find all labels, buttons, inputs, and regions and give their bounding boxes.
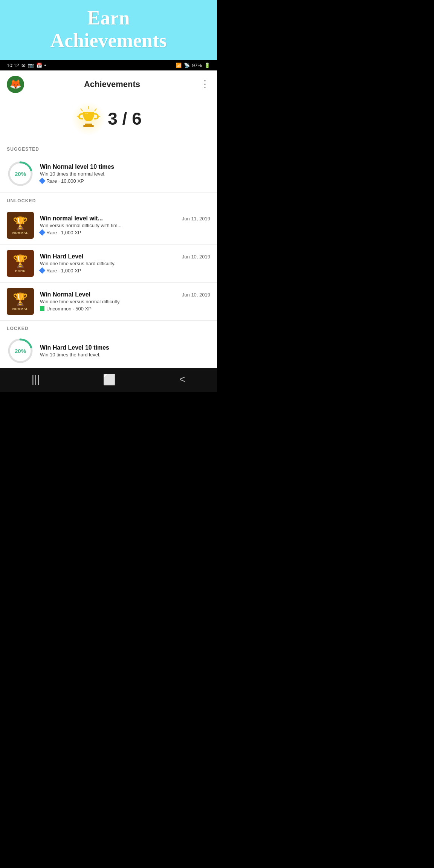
achievement-badge: 🏆 NORMAL (7, 212, 34, 239)
avatar: 🦊 (7, 76, 24, 93)
bottom-nav: ||| ⬜ < (0, 368, 217, 392)
achievement-desc: Win one time versus normal difficulty. (40, 299, 210, 304)
achievement-info: Win Normal Level Jun 10, 2019 Win one ti… (40, 291, 210, 312)
status-right: 📶 📡 97% 🔋 (176, 63, 210, 68)
list-item: 🏆 NORMAL Win Normal Level Jun 10, 2019 W… (0, 283, 217, 321)
list-item: 20% Win Hard Level 10 times Win 10 times… (0, 334, 217, 368)
achievement-date: Jun 10, 2019 (182, 291, 210, 298)
app-content: 🦊 Achievements ⋮ (0, 70, 217, 368)
svg-line-2 (97, 116, 100, 117)
achievement-desc: Win 10 times the normal level. (40, 171, 210, 177)
rarity-icon (40, 306, 44, 311)
app-header: 🦊 Achievements ⋮ (0, 70, 217, 97)
achievement-score: 3 / 6 (108, 108, 142, 129)
svg-rect-5 (85, 124, 92, 125)
nav-back-button[interactable]: < (179, 373, 185, 385)
achievement-info: Win Hard Level 10 times Win 10 times the… (40, 344, 210, 358)
trophy-emoji: 🏆 (13, 254, 28, 268)
achievement-name: Win Hard Level (40, 253, 83, 260)
achievement-badge: 🏆 HARD (7, 250, 34, 277)
nav-home-button[interactable]: ⬜ (103, 373, 116, 386)
status-bar: 10:12 ✉ 📷 📅 • 📶 📡 97% 🔋 (0, 60, 217, 70)
more-menu-button[interactable]: ⋮ (200, 78, 210, 90)
status-left: 10:12 ✉ 📷 📅 • (7, 63, 46, 68)
section-label-locked: LOCKED (0, 321, 217, 334)
list-item: 🏆 HARD Win Hard Level Jun 10, 2019 Win o… (0, 245, 217, 283)
rarity-icon (39, 267, 46, 274)
achievement-name: Win Hard Level 10 times (40, 344, 210, 351)
achievement-desc: Win 10 times the hard level. (40, 352, 210, 358)
achievement-date: Jun 11, 2019 (182, 215, 210, 222)
achievement-meta: Uncommon · 500 XP (40, 306, 210, 312)
achievement-info: Win Normal level 10 times Win 10 times t… (40, 164, 210, 184)
list-item: 20% Win Normal level 10 times Win 10 tim… (0, 155, 217, 193)
badge-label: NORMAL (12, 231, 29, 235)
achievement-meta: Rare · 10,000 XP (40, 178, 210, 184)
page-title: Achievements (84, 79, 140, 89)
time: 10:12 (7, 63, 19, 68)
achievement-meta: Rare · 1,000 XP (40, 268, 210, 274)
trophy-emoji: 🏆 (13, 216, 28, 230)
achievement-badge: 🏆 NORMAL (7, 288, 34, 315)
achievement-name: Win Normal Level (40, 291, 90, 298)
rarity-icon (39, 178, 46, 184)
name-date-row: Win Normal Level Jun 10, 2019 (40, 291, 210, 298)
svg-rect-6 (83, 125, 94, 127)
name-date-row: Win normal level wit... Jun 11, 2019 (40, 215, 210, 222)
mail-icon: ✉ (21, 63, 26, 68)
badge-label: NORMAL (12, 307, 29, 311)
achievement-date: Jun 10, 2019 (182, 253, 210, 260)
signal-icon: 📡 (184, 63, 190, 68)
progress-percent: 20% (15, 170, 26, 177)
progress-percent: 20% (15, 348, 26, 354)
achievement-meta: Rare · 1,000 XP (40, 230, 210, 235)
achievement-name: Win Normal level 10 times (40, 164, 210, 170)
achievement-desc: Win one time versus hard difficulty. (40, 261, 210, 266)
wifi-icon: 📶 (176, 63, 182, 68)
trophy-emoji: 🏆 (13, 292, 28, 306)
app-wrapper: 🦊 Achievements ⋮ (0, 70, 217, 392)
progress-circle: 20% (7, 160, 34, 187)
achievement-desc: Win versus normal difficulty with tim... (40, 223, 210, 228)
svg-line-1 (95, 108, 96, 111)
svg-line-4 (77, 116, 80, 117)
rarity-label: Rare · 1,000 XP (46, 230, 81, 235)
top-banner: Earn Achievements (0, 0, 217, 60)
achievement-info: Win normal level wit... Jun 11, 2019 Win… (40, 215, 210, 235)
achievement-name: Win normal level wit... (40, 215, 103, 222)
section-label-unlocked: UNLOCKED (0, 193, 217, 206)
nav-recent-button[interactable]: ||| (32, 373, 40, 385)
rarity-label: Uncommon · 500 XP (46, 306, 92, 312)
rarity-label: Rare · 10,000 XP (46, 178, 84, 184)
banner-title: Earn Achievements (4, 7, 213, 52)
badge-label: HARD (15, 269, 26, 273)
list-item: 🏆 NORMAL Win normal level wit... Jun 11,… (0, 206, 217, 245)
rarity-icon (39, 229, 46, 236)
achievement-info: Win Hard Level Jun 10, 2019 Win one time… (40, 253, 210, 274)
calendar-icon: 📅 (36, 63, 42, 68)
trophy-icon (75, 105, 102, 133)
dot-icon: • (44, 63, 46, 68)
name-date-row: Win Hard Level Jun 10, 2019 (40, 253, 210, 260)
svg-line-3 (81, 108, 83, 111)
trophy-section: 3 / 6 (0, 97, 217, 141)
section-label-suggested: SUGGESTED (0, 141, 217, 155)
progress-circle: 20% (7, 337, 34, 364)
battery-icon: 🔋 (204, 63, 210, 68)
camera-icon: 📷 (28, 63, 34, 68)
rarity-label: Rare · 1,000 XP (46, 268, 81, 274)
battery: 97% (192, 63, 202, 68)
